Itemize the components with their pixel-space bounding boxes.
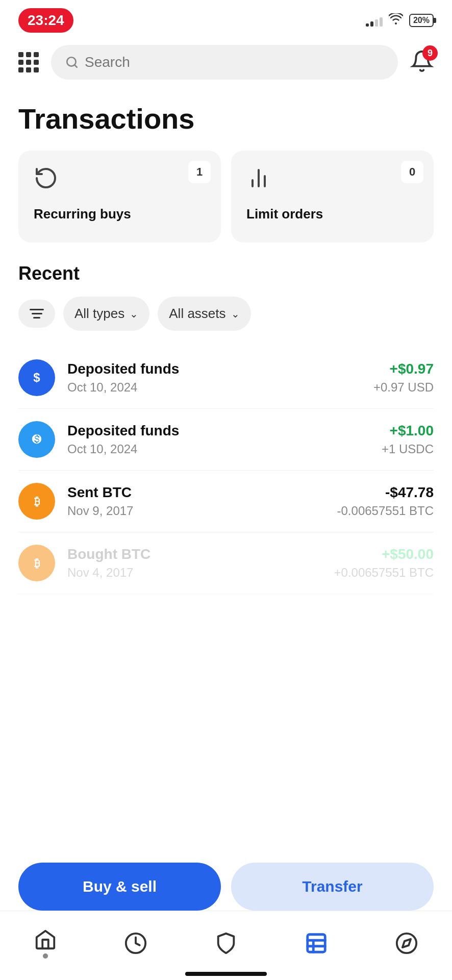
- tx-date: Oct 10, 2024: [67, 442, 382, 456]
- filter-icon-button[interactable]: [18, 300, 55, 328]
- chevron-down-icon: ⌄: [231, 308, 240, 320]
- filter-lines-icon: [30, 309, 44, 318]
- recurring-buys-card[interactable]: 1 Recurring buys: [18, 151, 221, 242]
- svg-point-14: [397, 933, 416, 952]
- section-title-recent: Recent: [0, 263, 452, 297]
- tx-secondary-amount: +1 USDC: [382, 442, 434, 456]
- status-time: 23:24: [18, 8, 73, 33]
- tx-avatar-usdc: [18, 421, 55, 458]
- svg-text:₿: ₿: [34, 495, 40, 508]
- signal-icon: [366, 14, 383, 27]
- svg-text:$: $: [33, 371, 40, 384]
- tx-date: Nov 9, 2017: [67, 504, 337, 518]
- nav-item-transactions[interactable]: [305, 932, 328, 955]
- tx-info: Deposited funds Oct 10, 2024: [67, 361, 373, 395]
- status-bar: 23:24 20%: [0, 0, 452, 37]
- tx-date: Nov 4, 2017: [67, 566, 334, 580]
- svg-rect-10: [308, 934, 325, 952]
- portfolio-icon: [124, 932, 147, 955]
- tx-secondary-amount: -0.00657551 BTC: [337, 504, 434, 518]
- tx-secondary-amount: +0.00657551 BTC: [334, 566, 434, 580]
- transaction-item[interactable]: Deposited funds Oct 10, 2024 +$1.00 +1 U…: [18, 409, 434, 471]
- svg-line-1: [74, 65, 77, 67]
- nav-item-home[interactable]: [34, 928, 57, 959]
- tx-primary-amount: +$50.00: [334, 546, 434, 562]
- tx-name: Deposited funds: [67, 361, 373, 377]
- limit-orders-card[interactable]: 0 Limit orders: [231, 151, 434, 242]
- tx-amount: +$50.00 +0.00657551 BTC: [334, 546, 434, 580]
- tx-amount: -$47.78 -0.00657551 BTC: [337, 484, 434, 518]
- nav-item-explore[interactable]: [395, 932, 418, 955]
- top-nav: 9: [0, 37, 452, 88]
- home-indicator: [185, 972, 267, 976]
- notification-bell[interactable]: 9: [410, 50, 434, 75]
- tx-primary-amount: -$47.78: [337, 484, 434, 501]
- tx-avatar-btc-faded: ₿: [18, 545, 55, 581]
- limit-orders-label: Limit orders: [246, 206, 418, 222]
- chevron-down-icon: ⌄: [130, 308, 138, 320]
- bottom-nav: [0, 911, 452, 980]
- tx-avatar-btc: ₿: [18, 483, 55, 520]
- tx-date: Oct 10, 2024: [67, 380, 373, 395]
- tx-info: Deposited funds Oct 10, 2024: [67, 423, 382, 456]
- all-assets-filter[interactable]: All assets ⌄: [158, 297, 250, 331]
- svg-text:₿: ₿: [34, 557, 40, 570]
- explore-icon: [395, 932, 418, 955]
- transfer-button[interactable]: Transfer: [231, 863, 434, 911]
- cards-row: 1 Recurring buys 0 Limit orders: [0, 151, 452, 242]
- search-icon: [65, 56, 79, 69]
- battery-icon: 20%: [409, 14, 434, 27]
- nav-item-portfolio[interactable]: [124, 932, 147, 955]
- action-buttons: Buy & sell Transfer: [0, 863, 452, 911]
- nav-dot: [43, 953, 48, 959]
- tx-name: Sent BTC: [67, 484, 337, 501]
- tx-info: Sent BTC Nov 9, 2017: [67, 484, 337, 518]
- transaction-item[interactable]: ₿ Bought BTC Nov 4, 2017 +$50.00 +0.0065…: [18, 532, 434, 594]
- recurring-buys-icon: [34, 166, 206, 196]
- home-icon: [34, 928, 57, 951]
- tx-secondary-amount: +0.97 USD: [373, 380, 434, 395]
- wifi-icon: [389, 13, 403, 28]
- transaction-item[interactable]: ₿ Sent BTC Nov 9, 2017 -$47.78 -0.006575…: [18, 471, 434, 532]
- recurring-buys-badge: 1: [188, 161, 211, 183]
- tx-primary-amount: +$0.97: [373, 361, 434, 377]
- tx-avatar-usd: $: [18, 359, 55, 396]
- page-title: Transactions: [0, 92, 452, 151]
- tx-amount: +$1.00 +1 USDC: [382, 423, 434, 456]
- tx-primary-amount: +$1.00: [382, 423, 434, 439]
- tx-name: Bought BTC: [67, 546, 334, 562]
- recurring-buys-label: Recurring buys: [34, 206, 206, 222]
- tx-info: Bought BTC Nov 4, 2017: [67, 546, 334, 580]
- bottom-fade-overlay: [0, 796, 452, 857]
- transactions-icon: [305, 932, 328, 955]
- transaction-item[interactable]: $ Deposited funds Oct 10, 2024 +$0.97 +0…: [18, 347, 434, 409]
- search-input[interactable]: [85, 54, 384, 70]
- limit-orders-badge: 0: [401, 161, 423, 183]
- grid-menu-icon[interactable]: [18, 52, 39, 72]
- shield-icon: [214, 932, 238, 955]
- tx-amount: +$0.97 +0.97 USD: [373, 361, 434, 395]
- nav-item-security[interactable]: [214, 932, 238, 955]
- all-types-filter[interactable]: All types ⌄: [63, 297, 149, 331]
- transaction-list: $ Deposited funds Oct 10, 2024 +$0.97 +0…: [0, 347, 452, 594]
- status-icons: 20%: [366, 13, 434, 28]
- tx-name: Deposited funds: [67, 423, 382, 439]
- limit-orders-icon: [246, 166, 418, 196]
- notification-badge: 9: [422, 45, 438, 61]
- filter-row: All types ⌄ All assets ⌄: [0, 297, 452, 347]
- search-bar[interactable]: [51, 45, 398, 80]
- svg-marker-15: [403, 939, 411, 947]
- buy-sell-button[interactable]: Buy & sell: [18, 863, 221, 911]
